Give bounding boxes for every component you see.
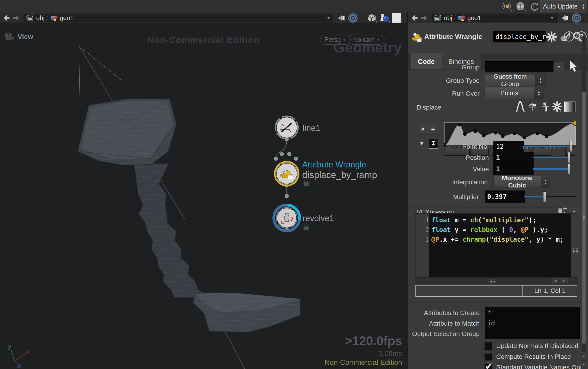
main-toolbar: ▾ ▾ Auto Update ▲▼ bbox=[0, 0, 588, 13]
pane-scrollbar[interactable]: ▲ ▼ bbox=[582, 36, 586, 369]
auto-update-dropdown[interactable]: Auto Update bbox=[540, 0, 580, 12]
path-dropdown-icon[interactable]: ▼ bbox=[550, 16, 554, 20]
network-activity-icon[interactable]: ▾ bbox=[501, 1, 512, 11]
scroll-left-icon[interactable]: ◀ bbox=[551, 278, 559, 283]
node-revolve1[interactable] bbox=[274, 205, 300, 231]
node-displace-by-ramp[interactable] bbox=[275, 162, 299, 186]
scene-viewport[interactable]: View Non-Commercial Edition Persp▼ No ca… bbox=[0, 23, 407, 369]
memory-brain-icon[interactable]: ▾ bbox=[515, 1, 526, 11]
group-type-label: Group Type bbox=[408, 77, 480, 84]
run-over-label: Run Over bbox=[408, 90, 480, 97]
code-line[interactable]: float y = relbbox ( 0, @P ).y; bbox=[431, 225, 571, 235]
revolve1-label[interactable]: revolve1 bbox=[303, 214, 334, 223]
editor-hscrollbar[interactable]: ◀ ▶ bbox=[415, 277, 578, 284]
path-node[interactable]: geo1 bbox=[467, 15, 481, 22]
viewport-scene bbox=[0, 23, 407, 369]
geo-node-icon bbox=[50, 14, 58, 22]
out-group-field[interactable] bbox=[485, 328, 580, 339]
checkbox-row: Compute Results In Place bbox=[484, 353, 571, 361]
ramp-add-point-button[interactable]: + bbox=[428, 124, 438, 135]
right-path-bar: obj geo1 ▼ bbox=[408, 13, 588, 23]
point-no-slider[interactable] bbox=[523, 141, 572, 151]
auto-update-spinner[interactable]: ▲▼ bbox=[580, 0, 587, 12]
forward-button[interactable] bbox=[420, 14, 429, 22]
status-message bbox=[416, 286, 523, 296]
value-slider[interactable] bbox=[533, 164, 570, 174]
path-context[interactable]: obj bbox=[444, 15, 452, 22]
scroll-down-icon[interactable]: ▼ bbox=[582, 361, 586, 369]
checkbox-label: Update Normals If Displaced bbox=[496, 342, 578, 350]
run-over-dropdown[interactable]: Points▲▼ bbox=[485, 87, 544, 99]
path-dropdown-icon[interactable]: ▼ bbox=[326, 16, 330, 20]
refresh-icon[interactable] bbox=[529, 1, 540, 11]
checkbox-label: Standard Variable Names Only bbox=[496, 364, 585, 369]
group-dropdown-button[interactable]: ▼ bbox=[553, 61, 565, 73]
parameter-pane: Attribute Wrangle displace_by_ra i ? Cod… bbox=[407, 23, 588, 369]
forward-button[interactable] bbox=[12, 14, 21, 22]
path-context[interactable]: obj bbox=[36, 15, 44, 22]
network-path-field[interactable]: obj geo1 ▼ bbox=[432, 14, 557, 22]
node-line1[interactable] bbox=[275, 116, 298, 139]
code-line[interactable]: @P.x += chramp("displace", y) * m; bbox=[431, 235, 571, 245]
info-icon[interactable]: i bbox=[564, 31, 574, 41]
group-type-dropdown[interactable]: Guess from Group▲▼ bbox=[485, 74, 546, 86]
position-slider[interactable] bbox=[533, 152, 570, 162]
scroll-right-icon[interactable]: ▶ bbox=[560, 278, 568, 283]
path-separator bbox=[46, 14, 49, 22]
wrangle-type-label[interactable]: Attribute Wrangle bbox=[302, 160, 366, 170]
revolved-geometry[interactable] bbox=[69, 92, 305, 332]
pin-icon[interactable] bbox=[560, 14, 569, 22]
interpolation-label: Interpolation bbox=[408, 178, 488, 186]
checkbox[interactable] bbox=[484, 342, 492, 350]
shaded-mode-icon[interactable]: ▾ bbox=[366, 13, 377, 23]
code-line[interactable]: float m = ch("multiplier"); bbox=[431, 215, 571, 225]
editor-status-bar: Ln 1, Col 1 bbox=[415, 285, 578, 297]
interpolation-dropdown[interactable]: Monotone Cubic▲▼ bbox=[494, 176, 551, 188]
network-path-field[interactable]: obj geo1 ▼ bbox=[23, 14, 333, 22]
obj-context-icon bbox=[26, 14, 34, 22]
select-geometry-icon[interactable]: ▾ bbox=[378, 13, 390, 23]
pin-icon[interactable] bbox=[336, 14, 346, 22]
checkbox-label: Compute Results In Place bbox=[496, 353, 571, 360]
point-no-field[interactable]: 12 bbox=[494, 141, 524, 152]
group-input[interactable] bbox=[485, 61, 555, 72]
checkbox[interactable] bbox=[484, 353, 492, 360]
back-button[interactable] bbox=[410, 14, 419, 22]
auto-update-label: Auto Update bbox=[543, 3, 578, 10]
back-button[interactable] bbox=[1, 14, 10, 22]
obj-context-icon bbox=[434, 14, 442, 22]
code-area[interactable]: float m = ch("multiplier");float y = rel… bbox=[429, 214, 571, 277]
line-numbers: 123 bbox=[416, 214, 429, 277]
pane-divider[interactable] bbox=[407, 13, 408, 23]
geo-node-icon bbox=[457, 14, 465, 22]
attrs-create-field[interactable]: * bbox=[485, 307, 580, 318]
value-label: Value bbox=[422, 166, 489, 173]
axis-y-label: y bbox=[8, 343, 11, 350]
attr-match-field[interactable]: id bbox=[485, 318, 580, 329]
point-no-label: Point No. bbox=[422, 143, 489, 150]
gear-menu-icon[interactable] bbox=[546, 31, 557, 42]
group-label: Group bbox=[408, 64, 480, 71]
scroll-up-icon[interactable]: ▲ bbox=[582, 352, 586, 360]
checkbox[interactable]: ✔ bbox=[484, 364, 492, 369]
wrangle-hat-icon bbox=[411, 31, 423, 43]
path-node[interactable]: geo1 bbox=[60, 15, 73, 22]
checkbox-row: Update Normals If Displaced bbox=[484, 342, 578, 350]
select-arrow-icon[interactable] bbox=[568, 60, 578, 72]
ramp-delete-point-button[interactable]: × bbox=[418, 124, 428, 135]
path-separator bbox=[453, 14, 456, 22]
snapshot-icon[interactable]: ▾ bbox=[391, 13, 401, 23]
position-field[interactable]: 1 bbox=[494, 152, 534, 163]
editor-resize-strip[interactable] bbox=[571, 214, 578, 277]
multiplier-field[interactable]: 0.397 bbox=[485, 191, 525, 203]
edition-watermark: Non-Commercial Edition bbox=[325, 359, 402, 367]
displace-label: Displace bbox=[417, 104, 441, 111]
line1-label[interactable]: line1 bbox=[303, 123, 320, 133]
wrangle-name-label[interactable]: displace_by_ramp bbox=[302, 170, 377, 180]
follow-target-icon[interactable] bbox=[348, 13, 358, 23]
follow-target-icon[interactable] bbox=[571, 13, 582, 23]
vex-code-editor[interactable]: 123 float m = ch("multiplier");float y =… bbox=[415, 213, 578, 277]
node-name-field[interactable]: displace_by_ra bbox=[493, 31, 546, 42]
value-field[interactable]: 1 bbox=[494, 163, 534, 175]
multiplier-slider[interactable] bbox=[524, 191, 576, 202]
